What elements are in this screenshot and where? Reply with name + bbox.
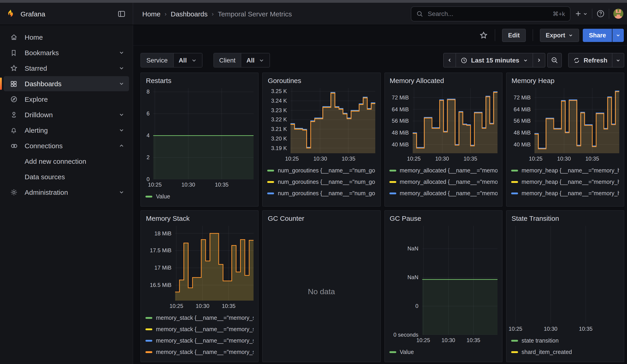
legend-item[interactable]: memory_heap {__name__="memory_h <box>511 165 620 176</box>
chart-plot-area[interactable] <box>291 88 376 153</box>
sidebar-item-home[interactable]: Home <box>4 30 129 45</box>
sidebar-item-connections[interactable]: Connections <box>4 138 129 153</box>
legend-series-label[interactable]: Value <box>156 193 170 200</box>
share-button[interactable]: Share <box>583 29 612 42</box>
legend-series-label[interactable]: memory_allocated {__name__="memo <box>400 179 498 185</box>
legend-item[interactable]: num_goroutines {__name__="num_go <box>267 188 376 199</box>
legend-item[interactable]: memory_stack {__name__="memory_s <box>146 335 254 346</box>
refresh-interval-button[interactable] <box>612 53 624 67</box>
chevron-up-icon[interactable] <box>119 143 124 149</box>
chart-plot-area[interactable] <box>175 226 254 301</box>
chart-plot-area[interactable] <box>153 88 254 179</box>
legend-series-label[interactable]: num_goroutines {__name__="num_go <box>278 201 375 202</box>
chart-plot-area[interactable] <box>514 226 620 323</box>
mega-menu-toggle-icon[interactable] <box>118 10 125 18</box>
add-new-button[interactable] <box>575 10 588 17</box>
time-back-button[interactable] <box>443 53 456 67</box>
time-range-picker[interactable]: Last 15 minutes <box>456 53 533 67</box>
refresh-button[interactable]: Refresh <box>568 53 612 67</box>
panel-title[interactable]: State Transition <box>512 214 620 222</box>
search-input[interactable] <box>427 9 549 18</box>
legend-item[interactable]: memory_allocated {__name__="memo <box>389 199 498 202</box>
legend-series-label[interactable]: memory_stack {__name__="memory_s <box>156 337 254 344</box>
legend-item[interactable]: memory_stack {__name__="memory_s <box>146 323 254 335</box>
share-menu-button[interactable] <box>612 29 624 42</box>
legend-series-label[interactable]: num_goroutines {__name__="num_go <box>278 167 375 174</box>
chart-canvas[interactable] <box>514 226 619 323</box>
legend-item[interactable]: Value <box>389 346 498 358</box>
legend-item[interactable]: memory_allocated {__name__="memo <box>389 176 498 188</box>
sidebar-item-administration[interactable]: Administration <box>4 185 129 200</box>
legend-series-label[interactable]: num_goroutines {__name__="num_go <box>278 190 375 196</box>
legend-series-label[interactable]: memory_heap {__name__="memory_h <box>522 201 620 202</box>
legend-item[interactable]: memory_allocated {__name__="memo <box>389 165 498 176</box>
legend-series-label[interactable]: memory_heap {__name__="memory_h <box>522 179 620 185</box>
chart-canvas[interactable] <box>175 226 254 301</box>
legend-series-label[interactable]: memory_stack {__name__="memory_s <box>156 349 254 355</box>
chevron-down-icon[interactable] <box>119 189 124 195</box>
sidebar-item-drilldown[interactable]: Drilldown <box>4 107 129 122</box>
sidebar-item-explore[interactable]: Explore <box>4 92 129 107</box>
chart-canvas[interactable] <box>291 88 375 153</box>
zoom-out-button[interactable] <box>547 53 562 67</box>
legend-item[interactable]: Value <box>146 191 254 202</box>
legend-series-label[interactable]: memory_heap {__name__="memory_h <box>522 190 620 196</box>
legend-item[interactable]: num_goroutines {__name__="num_go <box>267 165 376 176</box>
chart-canvas[interactable] <box>422 226 497 335</box>
sidebar-item-alerting[interactable]: Alerting <box>4 123 129 138</box>
panel-title[interactable]: GC Pause <box>390 214 498 222</box>
legend-item[interactable]: memory_stack {__name__="memory_s <box>146 346 254 358</box>
chart-plot-area[interactable] <box>534 88 620 153</box>
breadcrumb-item[interactable]: Home <box>142 10 160 18</box>
legend-item[interactable]: memory_heap {__name__="memory_h <box>511 199 620 202</box>
legend-item[interactable]: num_goroutines {__name__="num_go <box>267 176 376 188</box>
chevron-down-icon[interactable] <box>119 112 124 118</box>
legend-series-label[interactable]: memory_allocated {__name__="memo <box>400 190 498 196</box>
chevron-down-icon[interactable] <box>119 127 124 133</box>
chevron-down-icon[interactable] <box>119 65 124 71</box>
sidebar-item-data-sources[interactable]: Data sources <box>4 169 129 184</box>
chart-plot-area[interactable] <box>413 88 498 153</box>
chevron-down-icon[interactable] <box>119 81 124 87</box>
legend-series-label[interactable]: memory_stack {__name__="memory_s <box>156 314 254 321</box>
legend-item[interactable]: shard_item_created <box>511 346 620 358</box>
chart-plot-area[interactable] <box>422 226 498 335</box>
help-icon[interactable] <box>596 9 605 18</box>
legend-item[interactable]: memory_heap {__name__="memory_h <box>511 176 620 188</box>
breadcrumb-item[interactable]: Dashboards <box>171 10 208 18</box>
panel-title[interactable]: Memory Stack <box>146 214 254 222</box>
export-button[interactable]: Export <box>540 29 579 42</box>
chart-canvas[interactable] <box>534 88 619 153</box>
legend-series-label[interactable]: memory_allocated {__name__="memo <box>400 167 498 174</box>
panel-title[interactable]: Memory Allocated <box>390 77 498 84</box>
panel-title[interactable]: Restarts <box>146 77 254 84</box>
star-dashboard-icon[interactable] <box>479 31 488 40</box>
sidebar-item-dashboards[interactable]: Dashboards <box>4 76 129 91</box>
filter-value-dropdown[interactable]: All <box>241 53 270 67</box>
edit-button[interactable]: Edit <box>502 29 525 42</box>
sidebar-item-starred[interactable]: Starred <box>4 61 129 76</box>
legend-item[interactable]: state transition <box>511 335 620 346</box>
legend-series-label[interactable]: state transition <box>522 337 559 344</box>
filter-value-dropdown[interactable]: All <box>173 53 202 67</box>
legend-series-label[interactable]: Value <box>400 349 414 355</box>
avatar[interactable] <box>613 9 623 19</box>
panel-title[interactable]: Goroutines <box>268 77 376 84</box>
legend-series-label[interactable]: memory_stack {__name__="memory_s <box>156 326 254 332</box>
legend-item[interactable]: memory_allocated {__name__="memo <box>389 188 498 199</box>
sidebar-item-add-new-connection[interactable]: Add new connection <box>4 154 129 169</box>
chart-canvas[interactable] <box>153 88 254 179</box>
legend-series-label[interactable]: num_goroutines {__name__="num_go <box>278 179 375 185</box>
legend-series-label[interactable]: shard_item_created <box>522 349 572 355</box>
panel-title[interactable]: GC Counter <box>268 214 376 222</box>
legend-series-label[interactable]: memory_allocated {__name__="memo <box>400 201 498 202</box>
sidebar-item-bookmarks[interactable]: Bookmarks <box>4 45 129 60</box>
chart-canvas[interactable] <box>413 88 497 153</box>
chevron-down-icon[interactable] <box>119 50 124 56</box>
legend-item[interactable]: num_goroutines {__name__="num_go <box>267 199 376 202</box>
legend-series-label[interactable]: memory_heap {__name__="memory_h <box>522 167 620 174</box>
grafana-logo-icon[interactable] <box>5 9 15 18</box>
legend-item[interactable]: memory_heap {__name__="memory_h <box>511 188 620 199</box>
search-box[interactable]: ⌘+k <box>411 6 571 21</box>
legend-item[interactable]: memory_stack {__name__="memory_s <box>146 312 254 323</box>
